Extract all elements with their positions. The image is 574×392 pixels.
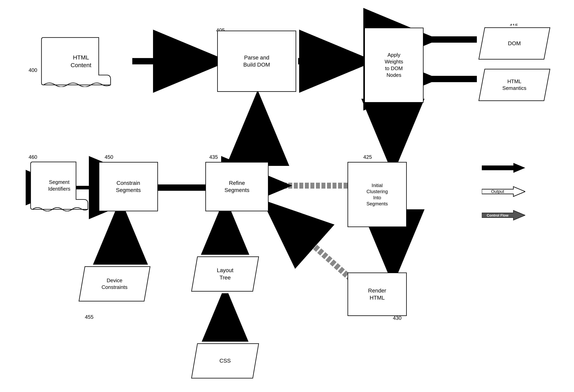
ref-455: 455	[85, 314, 93, 320]
apply-weights-node: ApplyWeightsto DOMNodes	[364, 28, 424, 103]
svg-text:Output: Output	[491, 189, 504, 194]
diagram: 400 405 410 415 420 425 430 435 440 445 …	[0, 0, 574, 392]
svg-text:Control Flow: Control Flow	[487, 213, 509, 217]
dom-node: DOM	[477, 26, 552, 61]
legend-output-arrow: Output	[482, 186, 525, 197]
device-constraints-node: DeviceConstraints	[77, 265, 152, 303]
ref-450: 450	[105, 154, 113, 160]
html-content-node: HTMLContent	[40, 36, 123, 87]
constrain-segments-node: ConstrainSegments	[99, 162, 158, 211]
svg-line-10	[270, 207, 359, 286]
ref-440: 440	[213, 247, 222, 253]
ref-425: 425	[363, 154, 372, 160]
css-node: CSS	[189, 342, 261, 380]
svg-marker-23	[482, 163, 525, 173]
html-semantics-node: HTMLSemantics	[477, 67, 552, 103]
ref-400: 400	[29, 67, 37, 73]
legend-control-flow-arrow: Control Flow	[482, 209, 525, 221]
ref-435: 435	[209, 154, 218, 160]
legend-solid-arrow	[482, 162, 525, 175]
layout-tree-node: LayoutTree	[189, 255, 261, 293]
ref-460: 460	[29, 154, 37, 160]
segment-identifiers-node: SegmentIdentifiers	[29, 160, 90, 211]
initial-clustering-node: InitialClusteringIntoSegments	[348, 162, 407, 227]
render-html-node: RenderHTML	[348, 272, 407, 316]
parse-build-dom-node: Parse and Build DOM	[217, 31, 296, 92]
refine-segments-node: RefineSegments	[205, 162, 268, 211]
